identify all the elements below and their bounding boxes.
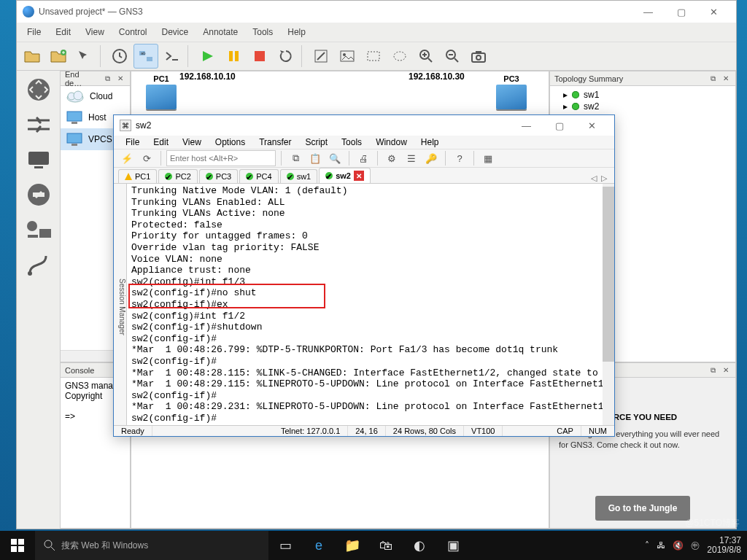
topology-node-sw2[interactable]: ▸sw2 [553,101,732,112]
annotate-button[interactable] [309,44,333,69]
zoom-out-button[interactable] [440,44,465,69]
new-project-button[interactable] [46,44,71,69]
gns3-max-button[interactable]: ▢ [665,1,697,22]
volume-icon[interactable]: 🔇 [673,540,684,551]
go-to-jungle-button[interactable]: Go to the Jungle [595,496,691,521]
node-pc1[interactable]: PC1 192.168.10.10 [146,74,177,109]
end-devices-category-button[interactable] [21,144,56,176]
tab-pc1[interactable]: PC1 [118,169,157,183]
session-options-button[interactable]: ☰ [403,149,420,167]
gns3-titlebar[interactable]: Unsaved project* — GNS3 — ▢ ✕ [17,1,736,23]
console-all-button[interactable] [160,44,185,69]
tab-pc3[interactable]: ✔PC3 [199,169,238,183]
menu-view[interactable]: View [80,26,110,39]
start-button[interactable] [0,531,35,560]
add-link-button[interactable] [21,249,56,281]
zoom-in-button[interactable] [414,44,438,69]
tab-pc4[interactable]: ✔PC4 [239,169,278,183]
store-button[interactable]: 🛍 [369,531,403,560]
menu-help[interactable]: Help [282,26,311,39]
network-icon[interactable]: 🖧 [657,540,665,551]
find-button[interactable]: 🔍 [326,149,344,167]
tmenu-window[interactable]: Window [370,136,413,149]
panel-undock-button[interactable]: ⧉ [708,365,718,376]
menu-file[interactable]: File [21,26,47,39]
tmenu-edit[interactable]: Edit [147,136,174,149]
task-view-button[interactable]: ▭ [268,531,302,560]
tmenu-transfer[interactable]: Transfer [253,136,297,149]
expand-icon[interactable]: ▸ [563,90,568,100]
end-device-cloud[interactable]: Cloud [61,86,130,106]
help-button[interactable]: ? [451,149,468,167]
explorer-button[interactable]: 📁 [336,531,369,560]
app-button[interactable]: ◐ [403,531,436,560]
panel-undock-button[interactable]: ⧉ [103,74,112,84]
tab-sw2[interactable]: ✔sw2✕ [319,168,371,183]
start-all-button[interactable] [195,44,220,69]
draw-ellipse-button[interactable] [387,44,412,69]
topology-node-sw1[interactable]: ▸sw1 [553,89,732,101]
new-tab-button[interactable]: ▦ [479,149,497,167]
gns3-close-button[interactable]: ✕ [697,1,730,22]
paste-button[interactable]: 📋 [306,149,324,167]
taskbar-search[interactable]: 搜索 Web 和 Windows [35,531,268,560]
snapshot-button[interactable] [107,44,132,69]
draw-rect-button[interactable] [361,44,386,69]
reload-all-button[interactable] [274,44,298,69]
gns3-taskbar-button[interactable]: ▣ [436,531,470,560]
expand-icon[interactable]: ▸ [563,101,568,112]
menu-annotate[interactable]: Annotate [197,26,244,39]
panel-close-button[interactable]: ✕ [721,74,731,84]
edge-button[interactable]: e [302,531,336,560]
tab-pc2[interactable]: ✔PC2 [158,169,197,183]
panel-close-button[interactable]: ✕ [116,74,125,84]
topology-header: Topology Summary [554,74,623,83]
menu-edit[interactable]: Edit [50,26,77,39]
tab-close-button[interactable]: ✕ [354,171,364,181]
taskbar-clock[interactable]: 17:37 2019/8/8 [707,536,747,555]
tmenu-file[interactable]: File [120,136,145,149]
panel-undock-button[interactable]: ⧉ [708,74,718,84]
tmenu-help[interactable]: Help [415,136,445,149]
key-mapping-button[interactable]: 🔑 [422,149,440,167]
host-input[interactable] [166,150,276,166]
terminal-max-button[interactable]: ▢ [543,115,576,136]
settings-button[interactable]: ⚙ [383,149,400,167]
menu-control[interactable]: Control [113,26,153,39]
terminal-min-button[interactable]: — [510,115,543,136]
pause-all-button[interactable] [221,44,246,69]
quick-connect-button[interactable]: ⚡ [118,149,136,167]
copy-button[interactable]: ⧉ [287,149,304,167]
insert-image-button[interactable] [335,44,360,69]
all-devices-category-button[interactable] [21,214,56,246]
tmenu-tools[interactable]: Tools [336,136,368,149]
stop-all-button[interactable] [247,44,272,69]
terminal-scrollbar[interactable] [603,184,614,425]
tab-sw1[interactable]: ✔sw1 [280,169,318,183]
menu-device[interactable]: Device [156,26,195,39]
tmenu-script[interactable]: Script [299,136,333,149]
system-tray[interactable]: ˄ 🖧 🔇 ㊥ [638,540,707,552]
show-labels-button[interactable]: ab [133,44,158,69]
session-manager-handle[interactable]: Session Manager [114,184,127,425]
security-category-button[interactable] [21,179,56,211]
gns3-min-button[interactable]: — [632,1,665,22]
ime-icon[interactable]: ㊥ [691,540,700,552]
menu-tools[interactable]: Tools [247,26,279,39]
routers-category-button[interactable] [21,74,56,106]
tray-chevron-icon[interactable]: ˄ [645,540,649,551]
open-project-button[interactable] [20,44,44,69]
panel-close-button[interactable]: ✕ [721,365,731,376]
tmenu-options[interactable]: Options [209,136,251,149]
reconnect-button[interactable]: ⟳ [138,149,155,167]
tmenu-view[interactable]: View [177,136,207,149]
tab-next-button[interactable]: ▷ [601,174,607,183]
node-pc3[interactable]: PC3 192.168.10.30 [496,74,527,109]
screenshot-button[interactable] [466,44,491,69]
terminal-close-button[interactable]: ✕ [576,115,608,136]
tab-prev-button[interactable]: ◁ [591,174,597,183]
save-project-button[interactable] [72,44,97,69]
terminal-titlebar[interactable]: ⌘ sw2 — ▢ ✕ [114,115,614,136]
switches-category-button[interactable] [21,109,56,141]
print-button[interactable]: 🖨 [355,149,372,167]
